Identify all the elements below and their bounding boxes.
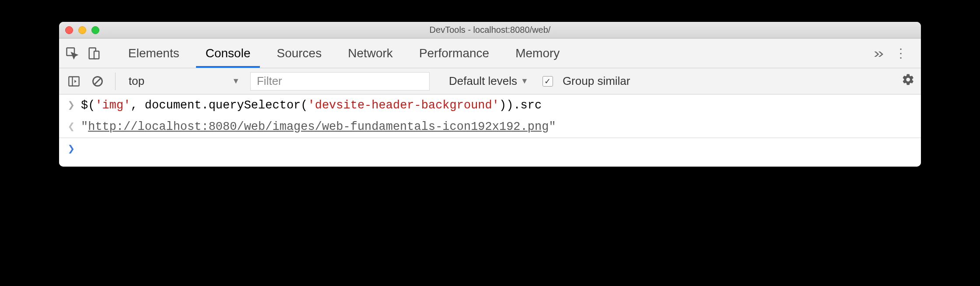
code-token: , — [130, 99, 144, 112]
code-token: $ — [81, 99, 88, 112]
tab-network[interactable]: Network — [335, 38, 406, 68]
code-token: ) — [506, 99, 513, 112]
dropdown-arrow-icon: ▼ — [232, 77, 240, 86]
devtools-tabbar: Elements Console Sources Network Perform… — [59, 38, 921, 68]
context-label: top — [129, 74, 144, 88]
tab-label: Memory — [515, 46, 560, 60]
console-prompt-row[interactable]: ❯ — [59, 138, 921, 167]
input-indicator-icon: ❯ — [66, 98, 77, 112]
more-tabs-icon[interactable]: » — [874, 45, 882, 61]
console-filter-input[interactable] — [250, 72, 430, 91]
quote: " — [81, 120, 88, 133]
group-similar-label: Group similar — [563, 74, 630, 88]
code-token: src — [521, 99, 542, 112]
code-token: document — [145, 99, 202, 112]
console-settings-icon[interactable] — [902, 73, 915, 89]
code-token: 'img' — [95, 99, 130, 112]
console-output-value: "http://localhost:8080/web/images/web-fu… — [81, 120, 556, 133]
tab-label: Console — [206, 46, 251, 60]
levels-label: Default levels — [449, 74, 517, 88]
devtools-window: DevTools - localhost:8080/web/ Elements … — [59, 22, 921, 167]
code-token: ) — [499, 99, 506, 112]
inspect-element-icon[interactable] — [63, 45, 81, 62]
console-body: ❯ $('img', document.querySelector('devsi… — [59, 94, 921, 167]
maximize-window-button[interactable] — [91, 26, 99, 34]
console-input-row: ❯ $('img', document.querySelector('devsi… — [59, 94, 921, 116]
toggle-sidebar-icon[interactable] — [65, 73, 83, 90]
prompt-indicator-icon: ❯ — [66, 142, 77, 156]
devtools-tabs: Elements Console Sources Network Perform… — [115, 38, 573, 68]
group-similar-checkbox[interactable]: ✓ — [542, 76, 553, 87]
tab-label: Performance — [419, 46, 489, 60]
tab-sources[interactable]: Sources — [263, 38, 335, 68]
console-output-row: ❮ "http://localhost:8080/web/images/web-… — [59, 116, 921, 138]
log-levels-select[interactable]: Default levels ▼ — [449, 74, 528, 88]
tabbar-right-tools: » ⋮ — [875, 45, 917, 61]
window-title: DevTools - localhost:8080/web/ — [59, 25, 921, 35]
code-token: 'devsite-header-background' — [308, 99, 499, 112]
console-input-code: $('img', document.querySelector('devsite… — [81, 99, 542, 112]
tab-memory[interactable]: Memory — [502, 38, 573, 68]
code-token: ( — [88, 99, 95, 112]
svg-rect-3 — [69, 77, 79, 86]
tab-label: Sources — [276, 46, 322, 60]
minimize-window-button[interactable] — [78, 26, 86, 34]
more-options-icon[interactable]: ⋮ — [889, 46, 912, 60]
tab-elements[interactable]: Elements — [115, 38, 192, 68]
output-indicator-icon: ❮ — [66, 119, 77, 134]
svg-line-6 — [94, 78, 101, 84]
clear-console-icon[interactable] — [89, 73, 106, 90]
device-toolbar-icon[interactable] — [85, 45, 103, 62]
tab-label: Network — [348, 46, 393, 60]
toolbar-divider — [115, 73, 116, 90]
code-token: . — [513, 99, 520, 112]
quote: " — [549, 120, 556, 133]
close-window-button[interactable] — [65, 26, 73, 34]
code-token: . — [201, 99, 208, 112]
dropdown-arrow-icon: ▼ — [521, 77, 528, 86]
tabbar-left-tools — [63, 45, 115, 62]
code-token: ( — [301, 99, 308, 112]
console-toolbar: top ▼ Default levels ▼ ✓ Group similar — [59, 68, 921, 94]
output-url[interactable]: http://localhost:8080/web/images/web-fun… — [88, 120, 549, 133]
tab-console[interactable]: Console — [192, 38, 264, 68]
execution-context-select[interactable]: top ▼ — [124, 74, 244, 88]
window-traffic-lights — [59, 26, 99, 34]
code-token: querySelector — [209, 99, 301, 112]
tab-label: Elements — [128, 46, 179, 60]
tab-performance[interactable]: Performance — [406, 38, 502, 68]
svg-rect-2 — [94, 51, 99, 59]
window-titlebar: DevTools - localhost:8080/web/ — [59, 22, 921, 38]
